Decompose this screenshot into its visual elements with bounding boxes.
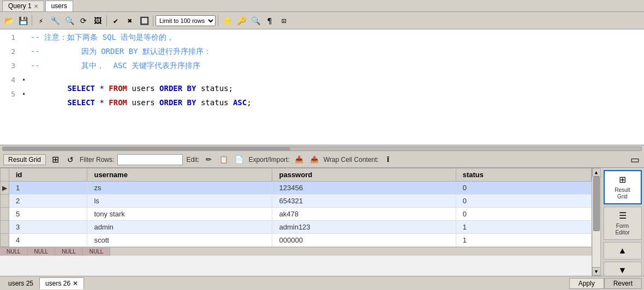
cell-username-1[interactable]: zs	[87, 182, 272, 195]
v-scroll-down-btn[interactable]: ▼	[592, 267, 601, 276]
tab-users-label: users	[51, 2, 67, 10]
apply-button[interactable]: Apply	[569, 278, 604, 289]
open-file-btn[interactable]: 📂	[2, 14, 15, 27]
export-btn[interactable]: ⊡	[277, 14, 290, 27]
editor-line-2: 2 -- 因为 ORDER BY 默认进行升序排序：	[0, 46, 644, 60]
result-grid-panel-btn[interactable]: ⊞ ResultGrid	[604, 170, 642, 204]
edit-label: Edit:	[186, 156, 199, 164]
bottom-tab-users25[interactable]: users 25	[2, 277, 39, 289]
result-grid-tab[interactable]: Result Grid	[3, 154, 46, 165]
bottom-tab-users26-label: users 26	[45, 280, 70, 287]
form-editor-panel-btn[interactable]: ☰ FormEditor	[604, 207, 642, 240]
cell-status-4[interactable]: 1	[456, 221, 591, 234]
cell-id-1[interactable]: 1	[9, 182, 87, 195]
cell-id-2[interactable]: 2	[9, 195, 87, 208]
table-row[interactable]: ▶ 1 zs 123456 0	[1, 182, 592, 195]
cell-status-2[interactable]: 0	[456, 195, 591, 208]
col-header-status[interactable]: status	[456, 168, 591, 182]
v-scroll-up-btn[interactable]: ▲	[592, 168, 601, 177]
execute-btn[interactable]: ⚡	[34, 14, 47, 27]
tab-query1-close[interactable]: ✕	[34, 3, 38, 9]
table-row[interactable]: 2 ls 654321 0	[1, 195, 592, 208]
editor-content: 1 -- 注意：如下两条 SQL 语句是等价的， 2 -- 因为 ORDER B…	[0, 29, 644, 105]
scroll-up-panel-btn[interactable]: ▲	[604, 242, 642, 259]
h-scroll-track[interactable]	[2, 147, 642, 151]
cell-username-2[interactable]: ls	[87, 195, 272, 208]
edit-table-icon[interactable]: 📋	[218, 154, 230, 166]
col-header-indicator	[1, 168, 9, 182]
null-indicator-1: NULL	[0, 247, 28, 256]
import-icon[interactable]: 📤	[308, 154, 320, 166]
limit-control: Limit to 100 rowsLimit to 200 rowsLimit …	[156, 15, 216, 26]
stop-btn[interactable]: ⟳	[77, 14, 90, 27]
col-header-password[interactable]: password	[272, 168, 456, 182]
h-scroll-thumb[interactable]	[3, 147, 290, 150]
format-btn[interactable]: ¶	[263, 14, 276, 27]
cell-password-2[interactable]: 654321	[272, 195, 456, 208]
cell-id-3[interactable]: 5	[9, 208, 87, 221]
v-scroll-track[interactable]	[593, 177, 600, 267]
bottom-tab-users26[interactable]: users 26 ✕	[39, 277, 84, 289]
scroll-down-panel-btn[interactable]: ▼	[604, 262, 642, 276]
result-table: id username password status ▶ 1 zs 12345…	[0, 168, 592, 247]
grid-container: id username password status ▶ 1 zs 12345…	[0, 168, 592, 276]
line-bullet-5: •	[22, 90, 31, 98]
null-indicator-4: NULL	[83, 247, 111, 256]
v-scrollbar[interactable]: ▲ ▼	[592, 168, 600, 276]
filter-input[interactable]	[117, 154, 183, 165]
table-row[interactable]: 4 scott 000000 1	[1, 234, 592, 247]
cell-username-5[interactable]: scott	[87, 234, 272, 247]
sep3	[153, 15, 153, 26]
line-num-3: 3	[0, 62, 22, 70]
edit-copy-icon[interactable]: 📄	[233, 154, 245, 166]
result-refresh-icon[interactable]: ↺	[64, 154, 76, 166]
cell-status-5[interactable]: 1	[456, 234, 591, 247]
tab-query1[interactable]: Query 1 ✕	[2, 1, 44, 11]
table-row[interactable]: 5 tony stark ak478 0	[1, 208, 592, 221]
row-indicator-4	[1, 221, 9, 234]
execute-all-btn[interactable]: 🔧	[49, 14, 62, 27]
cell-username-4[interactable]: admin	[87, 221, 272, 234]
find-btn[interactable]: 🔍	[63, 14, 76, 27]
v-scroll-thumb[interactable]	[593, 177, 600, 231]
table-row[interactable]: 3 admin admin123 1	[1, 221, 592, 234]
revert-button[interactable]: Revert	[604, 278, 642, 289]
check-btn[interactable]: ✔	[109, 14, 122, 27]
cell-status-3[interactable]: 0	[456, 208, 591, 221]
search2-btn[interactable]: 🔍	[249, 14, 262, 27]
cell-status-1[interactable]: 0	[456, 182, 591, 195]
cell-password-1[interactable]: 123456	[272, 182, 456, 195]
result-grid-panel-icon: ⊞	[619, 174, 626, 185]
col-header-username[interactable]: username	[87, 168, 272, 182]
explain-btn[interactable]: 🔑	[235, 14, 248, 27]
tab-users[interactable]: users	[45, 1, 73, 11]
cell-password-3[interactable]: ak478	[272, 208, 456, 221]
cell-password-4[interactable]: admin123	[272, 221, 456, 234]
line-num-4: 4	[0, 76, 22, 84]
cell-id-5[interactable]: 4	[9, 234, 87, 247]
line-num-5: 5	[0, 90, 22, 98]
toggle-btn[interactable]: 🖼	[91, 14, 104, 27]
panel-toggle-icon[interactable]: ▭	[629, 154, 641, 166]
bookmark-btn[interactable]: ⭐	[220, 14, 234, 27]
limit-select[interactable]: Limit to 100 rowsLimit to 200 rowsLimit …	[156, 15, 216, 26]
schema-btn[interactable]: 🔲	[138, 14, 151, 27]
scroll-down-panel-icon: ▼	[618, 265, 627, 275]
wrap-icon[interactable]: Ī	[382, 154, 394, 166]
save-btn[interactable]: 💾	[16, 14, 29, 27]
row-indicator-1: ▶	[1, 182, 9, 195]
cell-username-3[interactable]: tony stark	[87, 208, 272, 221]
result-columns-icon[interactable]: ⊞	[49, 154, 61, 166]
col-header-id[interactable]: id	[9, 168, 87, 182]
line-code-2: -- 因为 ORDER BY 默认进行升序排序：	[31, 47, 211, 57]
line-code-3: -- 其中， ASC 关键字代表升序排序	[31, 61, 200, 71]
export-icon[interactable]: 📥	[293, 154, 305, 166]
h-scrollbar[interactable]	[0, 145, 644, 152]
editor-area[interactable]: 1 -- 注意：如下两条 SQL 语句是等价的， 2 -- 因为 ORDER B…	[0, 29, 644, 145]
cell-id-4[interactable]: 3	[9, 221, 87, 234]
bottom-tab-users26-close[interactable]: ✕	[73, 280, 78, 287]
edit-pencil-icon[interactable]: ✏	[202, 154, 214, 166]
cancel-btn[interactable]: ✖	[123, 14, 136, 27]
editor-line-1: 1 -- 注意：如下两条 SQL 语句是等价的，	[0, 32, 644, 46]
cell-password-5[interactable]: 000000	[272, 234, 456, 247]
